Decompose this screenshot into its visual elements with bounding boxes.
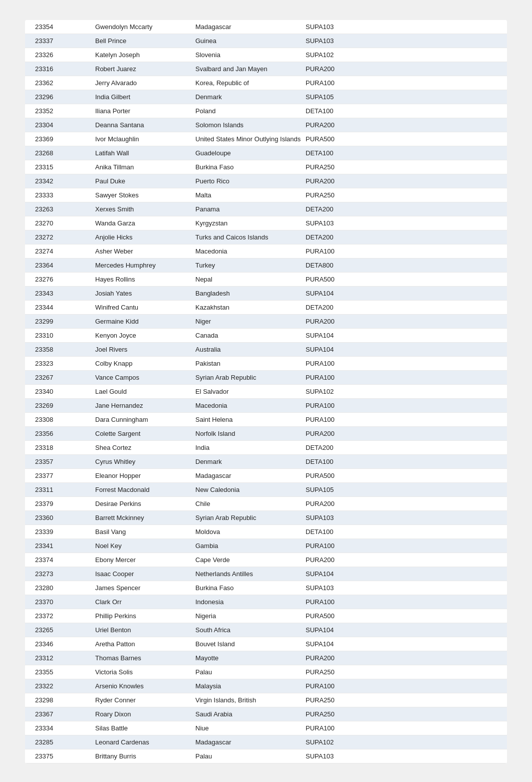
table-row[interactable]: 23334Silas BattleNiuePURA100 (25, 721, 507, 735)
table-row[interactable]: 23272Anjolie HicksTurks and Caicos Islan… (25, 230, 507, 244)
table-row[interactable]: 23299Germaine KiddNigerPURA200 (25, 315, 507, 329)
table-row[interactable]: 23369Ivor MclaughlinUnited States Minor … (25, 132, 507, 146)
table-row[interactable]: 23318Shea CortezIndiaDETA200 (25, 441, 507, 455)
table-row[interactable]: 23270Wanda GarzaKyrgyzstanSUPA103 (25, 216, 507, 230)
row-id: 23310 (35, 332, 95, 339)
table-row[interactable]: 23372Phillip PerkinsNigeriaPURA500 (25, 609, 507, 623)
row-country: Burkina Faso (195, 163, 306, 171)
table-row[interactable]: 23374Ebony MercerCape VerdePURA200 (25, 553, 507, 567)
row-country: Cape Verde (195, 556, 306, 564)
table-row[interactable]: 23268Latifah WallGuadeloupeDETA100 (25, 146, 507, 160)
row-code: DETA100 (306, 149, 356, 157)
table-row[interactable]: 23304Deanna SantanaSolomon IslandsPURA20… (25, 118, 507, 132)
row-country: South Africa (195, 626, 306, 634)
row-id: 23372 (35, 612, 95, 620)
table-row[interactable]: 23340Lael GouldEl SalvadorSUPA102 (25, 385, 507, 399)
row-name: Phillip Perkins (95, 612, 195, 620)
table-row[interactable]: 23360Barrett MckinneySyrian Arab Republi… (25, 511, 507, 525)
table-row[interactable]: 23333Sawyer StokesMaltaPURA250 (25, 188, 507, 202)
table-row[interactable]: 23339Basil VangMoldovaDETA100 (25, 525, 507, 539)
row-id: 23296 (35, 93, 95, 101)
table-row[interactable]: 23341Noel KeyGambiaPURA100 (25, 539, 507, 553)
table-row[interactable]: 23269Jane HernandezMacedoniaPURA100 (25, 399, 507, 413)
row-country: Moldova (195, 528, 306, 536)
table-row[interactable]: 23357Cyrus WhitleyDenmarkDETA100 (25, 455, 507, 469)
row-country: Guinea (195, 37, 306, 45)
table-row[interactable]: 23337Bell PrinceGuineaSUPA103 (25, 34, 507, 48)
row-id: 23298 (35, 696, 95, 704)
row-country: Kyrgyzstan (195, 219, 306, 227)
table-row[interactable]: 23323Colby KnappPakistanPURA100 (25, 357, 507, 371)
row-country: Palau (195, 668, 306, 676)
table-row[interactable]: 23370Clark OrrIndonesiaPURA100 (25, 595, 507, 609)
table-row[interactable]: 23346Aretha PattonBouvet IslandSUPA104 (25, 637, 507, 651)
table-row[interactable]: 23367Roary DixonSaudi ArabiaPURA250 (25, 707, 507, 721)
table-row[interactable]: 23280James SpencerBurkina FasoSUPA103 (25, 581, 507, 595)
row-country: Nigeria (195, 612, 306, 620)
row-code: PURA100 (306, 79, 356, 87)
table-row[interactable]: 23326Katelyn JosephSloveniaSUPA102 (25, 48, 507, 62)
table-row[interactable]: 23298Ryder ConnerVirgin Islands, British… (25, 693, 507, 707)
row-code: PURA200 (306, 654, 356, 662)
row-name: James Spencer (95, 584, 195, 592)
row-id: 23364 (35, 262, 95, 269)
table-row[interactable]: 23308Dara CunninghamSaint HelenaPURA100 (25, 413, 507, 427)
row-name: India Gilbert (95, 93, 195, 101)
table-row[interactable]: 23343Josiah YatesBangladeshSUPA104 (25, 287, 507, 301)
row-id: 23269 (35, 402, 95, 409)
row-country: Madagascar (195, 23, 306, 31)
table-row[interactable]: 23375Brittany BurrisPalauSUPA103 (25, 749, 507, 763)
table-row[interactable]: 23358Joel RiversAustraliaSUPA104 (25, 343, 507, 357)
row-name: Anjolie Hicks (95, 233, 195, 241)
table-row[interactable]: 23362Jerry AlvaradoKorea, Republic ofPUR… (25, 76, 507, 90)
table-row[interactable]: 23342Paul DukePuerto RicoPURA200 (25, 174, 507, 188)
table-row[interactable]: 23265Uriel BentonSouth AfricaSUPA104 (25, 623, 507, 637)
table-row[interactable]: 23356Colette SargentNorfolk IslandPURA20… (25, 427, 507, 441)
table-row[interactable]: 23355Victoria SolisPalauPURA250 (25, 665, 507, 679)
table-row[interactable]: 23310Kenyon JoyceCanadaSUPA104 (25, 329, 507, 343)
table-row[interactable]: 23296India GilbertDenmarkSUPA105 (25, 90, 507, 104)
table-row[interactable]: 23312Thomas BarnesMayottePURA200 (25, 651, 507, 665)
table-row[interactable]: 23379Desirae PerkinsChilePURA200 (25, 497, 507, 511)
table-row[interactable]: 23285Leonard CardenasMadagascarSUPA102 (25, 735, 507, 749)
row-code: PURA200 (306, 430, 356, 437)
table-row[interactable]: 23316Robert JuarezSvalbard and Jan Mayen… (25, 62, 507, 76)
row-id: 23263 (35, 205, 95, 213)
row-code: PURA500 (306, 276, 356, 283)
row-code: DETA100 (306, 107, 356, 115)
table-row[interactable]: 23267Vance CamposSyrian Arab RepublicPUR… (25, 371, 507, 385)
row-code: PURA200 (306, 65, 356, 73)
row-code: SUPA104 (306, 346, 356, 353)
row-id: 23343 (35, 290, 95, 297)
row-code: SUPA104 (306, 640, 356, 648)
row-country: United States Minor Outlying Islands (195, 135, 306, 143)
row-code: PURA100 (306, 682, 356, 690)
row-id: 23342 (35, 177, 95, 185)
table-row[interactable]: 23322Arsenio KnowlesMalaysiaPURA100 (25, 679, 507, 693)
row-name: Katelyn Joseph (95, 51, 195, 59)
row-name: Forrest Macdonald (95, 486, 195, 493)
table-row[interactable]: 23273Isaac CooperNetherlands AntillesSUP… (25, 567, 507, 581)
row-id: 23326 (35, 51, 95, 59)
table-row[interactable]: 23263Xerxes SmithPanamaDETA200 (25, 202, 507, 216)
row-id: 23346 (35, 640, 95, 648)
row-country: Bouvet Island (195, 640, 306, 648)
table-row[interactable]: 23274Asher WeberMacedoniaPURA100 (25, 244, 507, 258)
table-row[interactable]: 23315Anika TillmanBurkina FasoPURA250 (25, 160, 507, 174)
row-country: Denmark (195, 458, 306, 465)
row-id: 23333 (35, 191, 95, 199)
table-row[interactable]: 23276Hayes RollinsNepalPURA500 (25, 273, 507, 287)
row-id: 23358 (35, 346, 95, 353)
row-code: PURA200 (306, 500, 356, 507)
table-row[interactable]: 23354Gwendolyn MccartyMadagascarSUPA103 (25, 20, 507, 34)
table-row[interactable]: 23311Forrest MacdonaldNew CaledoniaSUPA1… (25, 483, 507, 497)
table-row[interactable]: 23344Winifred CantuKazakhstanDETA200 (25, 301, 507, 315)
row-name: Paul Duke (95, 177, 195, 185)
table-row[interactable]: 23377Eleanor HopperMadagascarPURA500 (25, 469, 507, 483)
table-row[interactable]: 23352Iliana PorterPolandDETA100 (25, 104, 507, 118)
row-name: Anika Tillman (95, 163, 195, 171)
row-country: Virgin Islands, British (195, 696, 306, 704)
row-id: 23362 (35, 79, 95, 87)
row-code: PURA250 (306, 191, 356, 199)
table-row[interactable]: 23364Mercedes HumphreyTurkeyDETA800 (25, 258, 507, 273)
